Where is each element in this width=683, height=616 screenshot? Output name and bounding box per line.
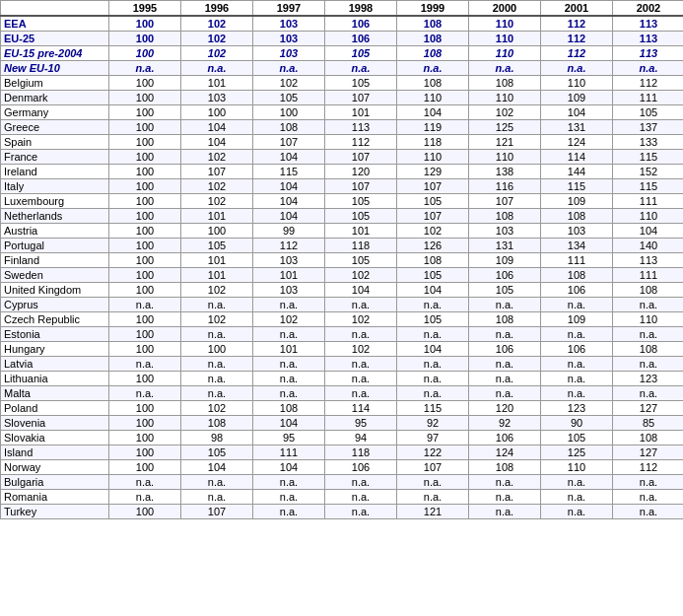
cell-United-Kingdom-1999: 104 <box>397 283 469 298</box>
cell-Estonia-1996: n.a. <box>181 327 253 342</box>
cell-Sweden-1998: 102 <box>325 268 397 283</box>
cell-Romania-1999: n.a. <box>397 490 469 505</box>
cell-Ireland-1996: 107 <box>181 165 253 179</box>
cell-Turkey-2002: n.a. <box>613 505 684 519</box>
cell-United-Kingdom-1997: 103 <box>253 283 325 298</box>
cell-Luxembourg-1997: 104 <box>253 194 325 209</box>
cell-Turkey-1996: 107 <box>181 505 253 519</box>
cell-Belgium-1997: 102 <box>253 76 325 91</box>
cell-Germany-1995: 100 <box>109 105 181 120</box>
cell-Spain-2001: 124 <box>541 135 613 150</box>
cell-Bulgaria-2001: n.a. <box>541 475 613 490</box>
row-country-name: EU-15 pre-2004 <box>1 46 109 61</box>
cell-Netherlands-1998: 105 <box>325 209 397 224</box>
cell-Sweden-1995: 100 <box>109 268 181 283</box>
cell-France-1995: 100 <box>109 150 181 165</box>
cell-Portugal-2001: 134 <box>541 239 613 253</box>
cell-EU-15-pre-2004-1999: 108 <box>397 46 469 61</box>
cell-Germany-2001: 104 <box>541 105 613 120</box>
cell-EU-15-pre-2004-1998: 105 <box>325 46 397 61</box>
cell-Austria-1996: 100 <box>181 224 253 239</box>
cell-Luxembourg-1995: 100 <box>109 194 181 209</box>
table-row: Latvian.a.n.a.n.a.n.a.n.a.n.a.n.a.n.a. <box>1 357 684 372</box>
cell-Turkey-1999: 121 <box>397 505 469 519</box>
cell-Netherlands-1999: 107 <box>397 209 469 224</box>
table-row: New EU-10n.a.n.a.n.a.n.a.n.a.n.a.n.a.n.a… <box>1 61 684 76</box>
cell-Portugal-1995: 100 <box>109 239 181 253</box>
cell-Norway-1998: 106 <box>325 460 397 475</box>
cell-Greece-2000: 125 <box>469 120 541 135</box>
cell-Estonia-1999: n.a. <box>397 327 469 342</box>
cell-EU-25-1998: 106 <box>325 32 397 46</box>
cell-Germany-1997: 100 <box>253 105 325 120</box>
table-row: Maltan.a.n.a.n.a.n.a.n.a.n.a.n.a.n.a. <box>1 386 684 401</box>
cell-Austria-1999: 102 <box>397 224 469 239</box>
table-row: Italy100102104107107116115115 <box>1 179 684 194</box>
cell-Bulgaria-2002: n.a. <box>613 475 684 490</box>
cell-Malta-1998: n.a. <box>325 386 397 401</box>
cell-Denmark-2002: 111 <box>613 91 684 105</box>
cell-Latvia-1996: n.a. <box>181 357 253 372</box>
cell-New-EU-10-1997: n.a. <box>253 61 325 76</box>
row-country-name: Austria <box>1 224 109 239</box>
cell-Belgium-2001: 110 <box>541 76 613 91</box>
header-year-1999: 1999 <box>397 1 469 17</box>
cell-Hungary-1999: 104 <box>397 342 469 357</box>
cell-Romania-2001: n.a. <box>541 490 613 505</box>
cell-Poland-1995: 100 <box>109 401 181 416</box>
cell-Czech-Republic-2001: 109 <box>541 312 613 327</box>
table-row: Ireland100107115120129138144152 <box>1 165 684 179</box>
cell-Belgium-1995: 100 <box>109 76 181 91</box>
cell-Island-1998: 118 <box>325 445 397 460</box>
row-country-name: Bulgaria <box>1 475 109 490</box>
table-row: United Kingdom100102103104104105106108 <box>1 283 684 298</box>
table-row: Denmark100103105107110110109111 <box>1 91 684 105</box>
cell-Spain-1998: 112 <box>325 135 397 150</box>
cell-Finland-2000: 109 <box>469 253 541 268</box>
cell-Italy-1998: 107 <box>325 179 397 194</box>
cell-Italy-2000: 116 <box>469 179 541 194</box>
cell-Slovakia-2000: 106 <box>469 431 541 445</box>
cell-Greece-1997: 108 <box>253 120 325 135</box>
cell-Spain-2002: 133 <box>613 135 684 150</box>
cell-Hungary-2001: 106 <box>541 342 613 357</box>
cell-Poland-2001: 123 <box>541 401 613 416</box>
cell-Greece-2002: 137 <box>613 120 684 135</box>
table-row: Norway100104104106107108110112 <box>1 460 684 475</box>
cell-New-EU-10-1996: n.a. <box>181 61 253 76</box>
cell-Malta-1997: n.a. <box>253 386 325 401</box>
table-row: Island100105111118122124125127 <box>1 445 684 460</box>
cell-Slovakia-1995: 100 <box>109 431 181 445</box>
cell-Malta-1995: n.a. <box>109 386 181 401</box>
cell-Finland-1998: 105 <box>325 253 397 268</box>
cell-EEA-2000: 110 <box>469 16 541 32</box>
cell-Luxembourg-2002: 111 <box>613 194 684 209</box>
table-row: Poland100102108114115120123127 <box>1 401 684 416</box>
cell-Greece-1996: 104 <box>181 120 253 135</box>
row-country-name: Italy <box>1 179 109 194</box>
cell-Cyprus-1995: n.a. <box>109 298 181 312</box>
cell-Sweden-2001: 108 <box>541 268 613 283</box>
table-row: Bulgarian.a.n.a.n.a.n.a.n.a.n.a.n.a.n.a. <box>1 475 684 490</box>
cell-Latvia-2002: n.a. <box>613 357 684 372</box>
cell-Lithuania-1999: n.a. <box>397 372 469 386</box>
cell-United-Kingdom-1998: 104 <box>325 283 397 298</box>
table-row: Portugal100105112118126131134140 <box>1 239 684 253</box>
cell-Island-1999: 122 <box>397 445 469 460</box>
cell-Romania-2000: n.a. <box>469 490 541 505</box>
cell-Austria-1997: 99 <box>253 224 325 239</box>
cell-Slovakia-2002: 108 <box>613 431 684 445</box>
cell-Belgium-2002: 112 <box>613 76 684 91</box>
cell-EEA-1998: 106 <box>325 16 397 32</box>
cell-Island-2000: 124 <box>469 445 541 460</box>
table-row: Spain100104107112118121124133 <box>1 135 684 150</box>
cell-Cyprus-2000: n.a. <box>469 298 541 312</box>
row-country-name: Hungary <box>1 342 109 357</box>
cell-Netherlands-2001: 108 <box>541 209 613 224</box>
cell-Germany-1996: 100 <box>181 105 253 120</box>
table-body: EEA100102103106108110112113EU-2510010210… <box>1 16 684 519</box>
cell-Romania-1998: n.a. <box>325 490 397 505</box>
cell-Norway-1995: 100 <box>109 460 181 475</box>
cell-EU-15-pre-2004-1995: 100 <box>109 46 181 61</box>
cell-Estonia-2002: n.a. <box>613 327 684 342</box>
